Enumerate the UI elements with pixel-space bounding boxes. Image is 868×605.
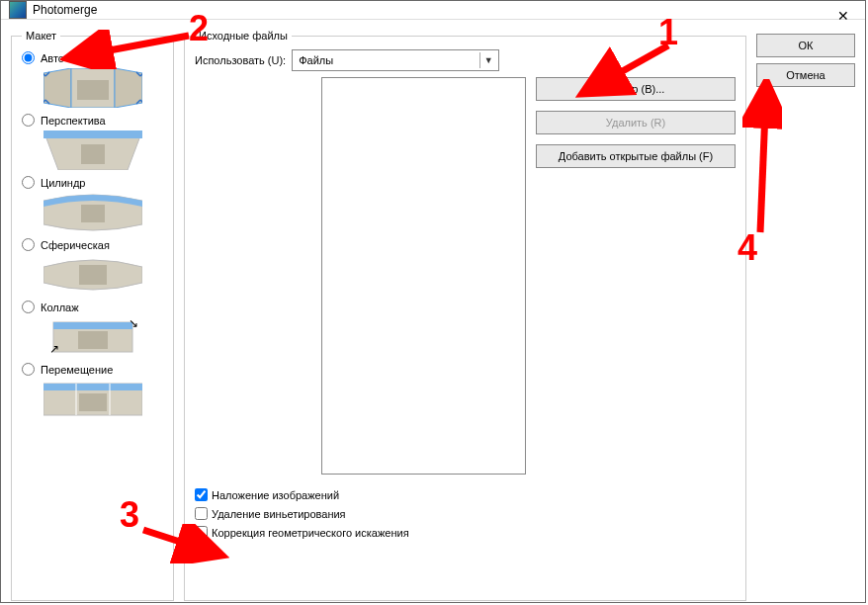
cancel-button[interactable]: Отмена (756, 63, 855, 87)
svg-rect-8 (81, 205, 105, 222)
add-open-files-button[interactable]: Добавить открытые файлы (F) (536, 144, 736, 168)
svg-rect-6 (43, 130, 142, 138)
checkbox-vignette[interactable] (195, 507, 208, 520)
thumb-perspective (43, 130, 142, 170)
layout-option-spherical[interactable]: Сферическая (22, 238, 163, 251)
thumb-spherical (43, 255, 142, 295)
use-select-value: Файлы (299, 54, 333, 66)
actions-column: ОК Отмена (756, 30, 855, 601)
browse-button[interactable]: Обзор (B)... (536, 77, 736, 101)
svg-rect-12 (78, 331, 108, 349)
radio-reposition[interactable] (22, 363, 35, 376)
window-title: Photomerge (33, 3, 97, 17)
svg-rect-4 (77, 80, 109, 100)
remove-button[interactable]: Удалить (R) (536, 111, 736, 134)
use-label: Использовать (U): (195, 54, 286, 66)
label-collage: Коллаж (41, 302, 79, 313)
checkbox-geometric[interactable] (195, 526, 208, 539)
label-geometric: Коррекция геометрического искажения (212, 527, 409, 539)
source-buttons-column: Обзор (B)... Удалить (R) Добавить открыт… (536, 77, 736, 475)
svg-text:↗: ↗ (49, 342, 59, 356)
radio-cylindrical[interactable] (22, 176, 35, 189)
thumb-auto (43, 68, 142, 108)
radio-spherical[interactable] (22, 238, 35, 251)
svg-rect-11 (53, 322, 132, 329)
label-perspective: Перспектива (41, 115, 106, 127)
layout-option-auto[interactable]: Авто (22, 51, 163, 64)
chevron-down-icon: ▼ (479, 52, 496, 68)
titlebar: Photomerge ✕ (1, 1, 865, 20)
files-listbox[interactable] (321, 77, 526, 475)
thumb-reposition (43, 380, 142, 419)
layout-option-reposition[interactable]: Перемещение (22, 363, 163, 376)
source-legend: Исходные файлы (195, 30, 292, 42)
layout-option-cylindrical[interactable]: Цилиндр (22, 176, 163, 189)
chk-geometric[interactable]: Коррекция геометрического искажения (195, 526, 736, 539)
layout-option-collage[interactable]: Коллаж (22, 301, 163, 313)
label-cylindrical: Цилиндр (41, 177, 85, 189)
label-vignette: Удаление виньетирования (212, 508, 346, 520)
radio-perspective[interactable] (22, 114, 35, 127)
thumb-collage: ↗ ↘ (43, 317, 142, 357)
svg-rect-16 (43, 384, 142, 390)
thumb-cylindrical (43, 193, 142, 232)
app-icon (9, 1, 27, 19)
use-select[interactable]: Файлы ▼ (292, 49, 499, 71)
chk-vignette[interactable]: Удаление виньетирования (195, 507, 736, 520)
label-spherical: Сферическая (41, 239, 110, 251)
layout-option-perspective[interactable]: Перспектива (22, 114, 163, 127)
svg-text:↘: ↘ (129, 317, 138, 330)
label-blend: Наложение изображений (212, 489, 339, 501)
svg-rect-9 (79, 265, 107, 285)
radio-auto[interactable] (22, 51, 35, 64)
chk-blend[interactable]: Наложение изображений (195, 488, 736, 501)
photomerge-dialog: Photomerge ✕ Макет Авто (0, 0, 866, 603)
options-checkboxes: Наложение изображений Удаление виньетиро… (195, 488, 736, 539)
svg-rect-7 (81, 144, 105, 164)
checkbox-blend[interactable] (195, 488, 208, 501)
files-row: Обзор (B)... Удалить (R) Добавить открыт… (195, 77, 736, 475)
source-files-group: Исходные файлы Использовать (U): Файлы ▼… (184, 30, 746, 601)
radio-collage[interactable] (22, 301, 35, 313)
label-reposition: Перемещение (41, 364, 113, 376)
dialog-body: Макет Авто Перспекти (1, 20, 865, 603)
label-auto: Авто (41, 52, 64, 64)
svg-rect-17 (79, 393, 107, 411)
layout-legend: Макет (22, 30, 60, 42)
use-row: Использовать (U): Файлы ▼ (195, 49, 736, 71)
ok-button[interactable]: ОК (756, 34, 855, 57)
layout-group: Макет Авто Перспекти (11, 30, 174, 601)
